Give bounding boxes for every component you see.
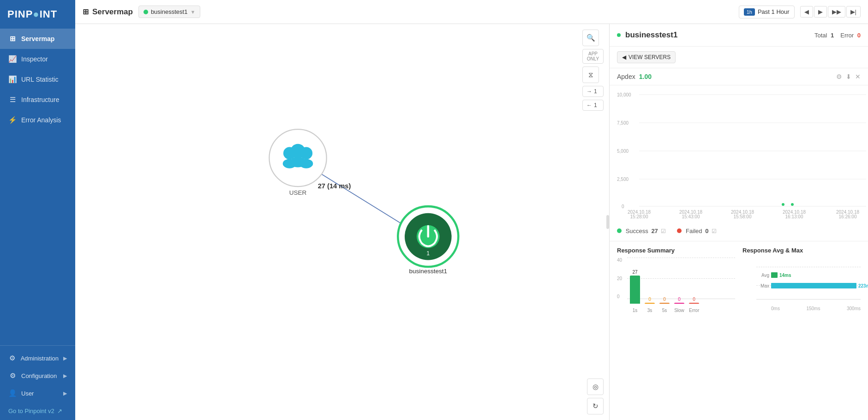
avg-bar-row: Avg 14ms [756, 272, 791, 278]
time-selector[interactable]: 1h Past 1 Hour [739, 6, 795, 18]
apdex-actions: ⚙ ⬇ ✕ [836, 73, 861, 80]
close-icon[interactable]: ✕ [855, 73, 861, 80]
servermap-svg: 27 (14 ms) USER 1 [75, 24, 609, 420]
download-icon[interactable]: ⬇ [846, 73, 851, 80]
infrastructure-icon: ☰ [8, 96, 17, 104]
svg-text:USER: USER [289, 189, 307, 196]
svg-text:15:43:00: 15:43:00 [682, 214, 700, 219]
error-analysis-icon: ⚡ [8, 116, 17, 124]
svg-text:15:28:00: 15:28:00 [630, 214, 648, 219]
sidebar-bottom: ⚙ Administration ▶ ⚙ Configuration ▶ 👤 U… [0, 345, 75, 420]
topbar: ⊞ Servermap businesstest1 ▼ 1h Past 1 Ho… [75, 0, 868, 24]
servermap-title-icon: ⊞ [83, 7, 89, 16]
svg-text:15:58:00: 15:58:00 [734, 214, 752, 219]
success-legend-dot [617, 228, 622, 233]
svg-text:7,500: 7,500 [617, 120, 629, 126]
bar-slow: 0 [674, 297, 684, 304]
svg-point-26 [782, 203, 784, 206]
time-prev-button[interactable]: ◀ [800, 6, 813, 18]
resize-handle[interactable] [606, 215, 609, 229]
apdex-row: Apdex 1.00 ⚙ ⬇ ✕ [610, 68, 868, 85]
rp-meta: Total 1 Error 0 [814, 32, 861, 39]
svg-point-27 [791, 203, 794, 206]
response-bars: 27 0 0 [630, 258, 735, 304]
search-button[interactable]: 🔍 [582, 30, 599, 46]
svg-text:0: 0 [622, 204, 624, 209]
view-servers-button[interactable]: ◀ VIEW SERVERS [617, 51, 676, 63]
outgoing-count: ←1 [582, 100, 604, 111]
servermap-toolbar: 🔍 APPONLY ⧖ →1 ←1 [582, 30, 604, 111]
app-only-button[interactable]: APPONLY [582, 49, 604, 64]
bar-1s: 27 [630, 270, 640, 304]
page-title: ⊞ Servermap [83, 7, 133, 17]
config-icon: ⚙ [8, 372, 17, 380]
sidebar-item-infrastructure[interactable]: ☰ Infrastructure [0, 90, 75, 110]
app-online-dot [617, 33, 621, 37]
bar-3s: 0 [645, 297, 655, 304]
response-summary-chart: 40 20 0 27 [617, 258, 735, 313]
goto-pinpoint-link[interactable]: Go to Pinpoint v2 ↗ [0, 402, 75, 420]
svg-text:businesstest1: businesstest1 [409, 268, 447, 275]
sidebar-item-servermap[interactable]: ⊞ Servermap [0, 29, 75, 49]
response-summary-section: Response Summary 40 20 0 [617, 247, 735, 313]
middle-area: 27 (14 ms) USER 1 [75, 24, 868, 420]
time-next-button[interactable]: ▶▶ [828, 6, 845, 18]
app-status-dot [144, 10, 148, 14]
time-play-button[interactable]: ▶ [814, 6, 827, 18]
main-chart: 10,000 7,500 5,000 2,500 0 [617, 90, 861, 224]
user-icon: 👤 [8, 389, 17, 397]
chart-legend: Success 27 ☑ Failed 0 ☑ [617, 224, 861, 236]
rp-header: businesstest1 Total 1 Error 0 [610, 24, 868, 47]
main-chart-svg: 10,000 7,500 5,000 2,500 0 [617, 90, 861, 215]
sidebar: PINP●INT ⊞ Servermap 📈 Inspector 📊 URL S… [0, 0, 75, 420]
main-content: ⊞ Servermap businesstest1 ▼ 1h Past 1 Ho… [75, 0, 868, 420]
bottom-charts: Response Summary 40 20 0 [610, 241, 868, 318]
external-link-icon: ↗ [57, 408, 62, 414]
url-statistic-icon: 📊 [8, 75, 17, 84]
bar-error: 0 [689, 297, 699, 304]
admin-icon: ⚙ [8, 354, 16, 362]
svg-text:1: 1 [426, 250, 430, 257]
sidebar-item-url-statistic[interactable]: 📊 URL Statistic [0, 69, 75, 90]
svg-text:5,000: 5,000 [617, 149, 629, 154]
time-end-button[interactable]: ▶| [846, 6, 861, 18]
svg-text:27 (14 ms): 27 (14 ms) [318, 182, 351, 190]
max-bar [771, 283, 856, 288]
location-button[interactable]: ◎ [587, 378, 604, 395]
filter-button[interactable]: ⧖ [582, 66, 599, 83]
servermap-canvas[interactable]: 27 (14 ms) USER 1 [75, 24, 610, 420]
app-logo: PINP●INT [0, 0, 75, 29]
svg-text:16:13:00: 16:13:00 [785, 214, 803, 219]
time-nav-arrows: ◀ ▶ ▶▶ ▶| [800, 6, 861, 18]
failed-legend-dot [677, 228, 682, 233]
inspector-icon: 📈 [8, 55, 17, 63]
sidebar-item-administration[interactable]: ⚙ Administration ▶ [0, 349, 75, 367]
dropdown-chevron-icon: ▼ [190, 9, 195, 15]
response-avg-max-chart: Avg 14ms Max 223ms 0ms [742, 258, 861, 313]
svg-text:16:26:00: 16:26:00 [839, 214, 857, 219]
settings-icon[interactable]: ⚙ [836, 73, 842, 80]
response-avg-max-section: Response Avg & Max Avg 14ms [742, 247, 861, 313]
avg-bar [771, 272, 778, 278]
servermap-icon: ⊞ [8, 35, 17, 43]
svg-point-9 [299, 159, 313, 168]
svg-text:10,000: 10,000 [617, 92, 631, 97]
avg-max-x-axis: 0ms 150ms 300ms [771, 306, 861, 311]
map-controls: ◎ ↻ [587, 378, 604, 414]
view-servers-row: ◀ VIEW SERVERS [610, 47, 868, 68]
main-chart-container: 10,000 7,500 5,000 2,500 0 [610, 85, 868, 241]
incoming-count: →1 [582, 86, 604, 97]
max-bar-row: Max 223ms [756, 283, 868, 288]
sidebar-item-configuration[interactable]: ⚙ Configuration ▶ [0, 367, 75, 384]
sidebar-item-error-analysis[interactable]: ⚡ Error Analysis [0, 110, 75, 130]
sidebar-item-user[interactable]: 👤 User ▶ [0, 384, 75, 402]
sidebar-item-inspector[interactable]: 📈 Inspector [0, 49, 75, 69]
svg-text:2,500: 2,500 [617, 177, 629, 182]
app-selector[interactable]: businesstest1 ▼ [138, 6, 200, 18]
right-panel: businesstest1 Total 1 Error 0 ◀ VIEW SE [610, 24, 868, 420]
refresh-button[interactable]: ↻ [587, 398, 604, 414]
bar-5s: 0 [659, 297, 670, 304]
